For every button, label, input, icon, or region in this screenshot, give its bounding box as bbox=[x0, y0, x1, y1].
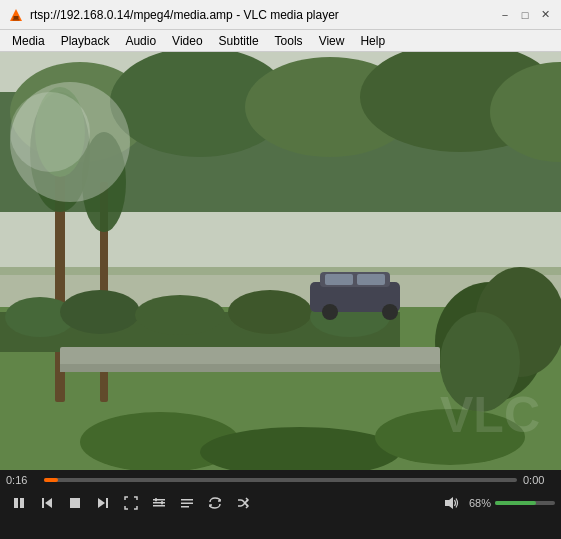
svg-rect-2 bbox=[13, 19, 20, 21]
svg-rect-46 bbox=[70, 498, 80, 508]
menu-audio[interactable]: Audio bbox=[117, 32, 164, 50]
maximize-button[interactable]: □ bbox=[517, 7, 533, 23]
menu-video[interactable]: Video bbox=[164, 32, 210, 50]
svg-rect-1 bbox=[14, 16, 19, 19]
time-current: 0:16 bbox=[6, 474, 38, 486]
menu-tools[interactable]: Tools bbox=[267, 32, 311, 50]
title-text: rtsp://192.168.0.14/mpeg4/media.amp - VL… bbox=[30, 8, 339, 22]
buttons-row: 68% bbox=[6, 490, 555, 516]
volume-label: 68% bbox=[463, 497, 491, 509]
menu-view[interactable]: View bbox=[311, 32, 353, 50]
menu-help[interactable]: Help bbox=[352, 32, 393, 50]
svg-text:VLC: VLC bbox=[440, 387, 540, 443]
close-button[interactable]: ✕ bbox=[537, 7, 553, 23]
menu-subtitle[interactable]: Subtitle bbox=[211, 32, 267, 50]
control-bar: 0:16 0:00 bbox=[0, 470, 561, 539]
svg-rect-42 bbox=[14, 498, 18, 508]
svg-rect-43 bbox=[20, 498, 24, 508]
playlist-button[interactable] bbox=[174, 490, 200, 516]
stop-button[interactable] bbox=[62, 490, 88, 516]
title-bar: rtsp://192.168.0.14/mpeg4/media.amp - VL… bbox=[0, 0, 561, 30]
prev-button[interactable] bbox=[34, 490, 60, 516]
mute-button[interactable] bbox=[443, 495, 459, 511]
vlc-icon bbox=[8, 7, 24, 23]
menu-bar: Media Playback Audio Video Subtitle Tool… bbox=[0, 30, 561, 52]
svg-marker-57 bbox=[445, 497, 453, 509]
menu-playback[interactable]: Playback bbox=[53, 32, 118, 50]
progress-row: 0:16 0:00 bbox=[6, 474, 555, 486]
video-area: VLC bbox=[0, 52, 561, 470]
video-frame: VLC bbox=[0, 52, 561, 470]
menu-media[interactable]: Media bbox=[4, 32, 53, 50]
minimize-button[interactable]: − bbox=[497, 7, 513, 23]
svg-rect-55 bbox=[181, 503, 193, 505]
svg-rect-49 bbox=[153, 499, 165, 501]
svg-rect-50 bbox=[153, 502, 165, 504]
time-remaining: 0:00 bbox=[523, 474, 555, 486]
svg-rect-53 bbox=[161, 501, 163, 505]
volume-track[interactable] bbox=[495, 501, 555, 505]
volume-section: 68% bbox=[443, 495, 555, 511]
pause-button[interactable] bbox=[6, 490, 32, 516]
svg-rect-54 bbox=[181, 499, 193, 501]
loop-button[interactable] bbox=[202, 490, 228, 516]
progress-fill bbox=[44, 478, 58, 482]
next-button[interactable] bbox=[90, 490, 116, 516]
random-button[interactable] bbox=[230, 490, 256, 516]
svg-rect-48 bbox=[106, 498, 108, 508]
svg-rect-56 bbox=[181, 506, 189, 508]
volume-fill bbox=[495, 501, 536, 505]
extended-button[interactable] bbox=[146, 490, 172, 516]
fullscreen-button[interactable] bbox=[118, 490, 144, 516]
svg-rect-51 bbox=[153, 505, 165, 507]
svg-rect-45 bbox=[42, 498, 44, 508]
svg-marker-47 bbox=[98, 498, 105, 508]
svg-rect-52 bbox=[155, 498, 157, 502]
svg-marker-44 bbox=[45, 498, 52, 508]
progress-track[interactable] bbox=[44, 478, 517, 482]
